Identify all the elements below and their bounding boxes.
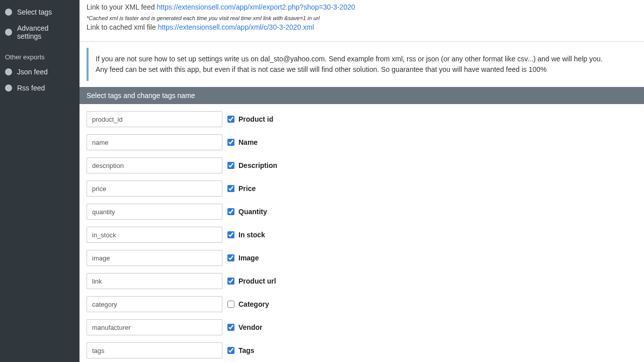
tag-row: Product url: [87, 273, 637, 289]
info-line-2: Any feed can be set with this app, but e…: [96, 64, 630, 75]
tag-row: Price: [87, 180, 637, 197]
sidebar-item-label: Rss feed: [17, 84, 45, 92]
sidebar-item-advanced-settings[interactable]: Advanced settings: [0, 20, 79, 44]
tag-name-input[interactable]: [87, 111, 222, 127]
tag-row: In stock: [87, 227, 637, 243]
tag-row: Name: [87, 134, 637, 150]
tag-row: Image: [87, 250, 637, 266]
section-header-select-tags: Select tags and change tags name: [79, 87, 644, 104]
tag-enable-checkbox[interactable]: [227, 185, 234, 192]
tag-enable-checkbox[interactable]: [227, 208, 234, 215]
tag-name-input[interactable]: [87, 296, 222, 312]
tag-row: Vendor: [87, 319, 637, 335]
tag-enable-checkbox[interactable]: [227, 139, 234, 146]
tag-row: Category: [87, 296, 637, 312]
tag-name-input[interactable]: [87, 134, 222, 150]
info-line-1: If you are not sure how to set up settin…: [96, 54, 630, 64]
tag-label: Product url: [238, 277, 276, 285]
cached-note: *Cached xml is faster and is generated e…: [87, 15, 637, 21]
tag-name-input[interactable]: [87, 157, 222, 173]
sidebar-item-json-feed[interactable]: Json feed: [0, 64, 79, 80]
tag-name-input[interactable]: [87, 342, 222, 358]
tag-enable-checkbox[interactable]: [227, 254, 234, 261]
tag-name-input[interactable]: [87, 250, 222, 266]
tag-label: Image: [238, 254, 259, 262]
tag-name-input[interactable]: [87, 180, 222, 197]
tag-row: Quantity: [87, 204, 637, 220]
tag-enable-checkbox[interactable]: [227, 324, 234, 331]
tag-enable-checkbox[interactable]: [227, 347, 234, 354]
tag-label: Price: [238, 185, 256, 193]
radio-icon: [5, 29, 12, 36]
xml-feed-link[interactable]: https://extensionsell.com/app/xml/export…: [157, 3, 355, 11]
tag-label: Category: [238, 300, 269, 308]
tag-label: Name: [238, 138, 258, 146]
tag-row: Tags: [87, 342, 637, 358]
tag-name-input[interactable]: [87, 319, 222, 335]
radio-icon: [5, 68, 12, 75]
sidebar-item-label: Json feed: [17, 68, 48, 76]
tag-label: Product id: [238, 115, 273, 123]
sidebar-item-rss-feed[interactable]: Rss feed: [0, 80, 79, 96]
tag-enable-checkbox[interactable]: [227, 231, 234, 238]
tag-label: Description: [238, 161, 277, 169]
main-content: Link to your XML feed https://extensions…: [79, 0, 644, 362]
cached-feed-label: Link to cached xml file: [87, 23, 158, 31]
tag-label: Vendor: [238, 323, 262, 331]
cached-feed-link[interactable]: https://extensionsell.com/app/xml/c/30-3…: [158, 23, 314, 31]
tag-name-input[interactable]: [87, 204, 222, 220]
tag-rows-container: Product idNameDescriptionPriceQuantityIn…: [79, 104, 644, 362]
sidebar: Select tags Advanced settings Other expo…: [0, 0, 79, 362]
tag-row: Description: [87, 157, 637, 173]
radio-icon: [5, 9, 12, 16]
xml-feed-line: Link to your XML feed https://extensions…: [87, 3, 637, 11]
radio-icon: [5, 84, 12, 92]
help-info-box: If you are not sure how to set up settin…: [87, 48, 637, 81]
tag-name-input[interactable]: [87, 227, 222, 243]
xml-feed-label: Link to your XML feed: [87, 3, 157, 11]
sidebar-item-label: Select tags: [17, 8, 52, 16]
feed-links-block: Link to your XML feed https://extensions…: [79, 0, 644, 42]
tag-name-input[interactable]: [87, 273, 222, 289]
sidebar-item-label: Advanced settings: [17, 24, 74, 40]
cached-feed-line: Link to cached xml file https://extensio…: [87, 23, 637, 31]
tag-enable-checkbox[interactable]: [227, 301, 234, 308]
tag-enable-checkbox[interactable]: [227, 278, 234, 285]
tag-label: Quantity: [238, 208, 267, 216]
tag-label: Tags: [238, 346, 255, 354]
tag-enable-checkbox[interactable]: [227, 162, 234, 169]
sidebar-heading-other-exports: Other exports: [0, 44, 79, 64]
tag-enable-checkbox[interactable]: [227, 116, 234, 123]
tag-label: In stock: [238, 231, 265, 239]
sidebar-item-select-tags[interactable]: Select tags: [0, 4, 79, 20]
tag-row: Product id: [87, 111, 637, 127]
